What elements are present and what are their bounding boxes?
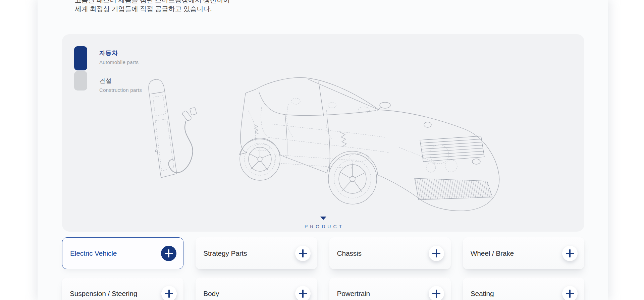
product-caption-label: PRODUCT: [62, 224, 584, 229]
product-card-label: Chassis: [337, 249, 362, 257]
ev-charging-illustration: [144, 70, 510, 213]
tab-list: 자동차 Automobile parts 건설 Construction par…: [99, 46, 142, 93]
content-wrapper: 고품질 패스너 제품을 첨단 스마트공장에서 생산하여 세계 최정상 기업들에 …: [38, 0, 608, 300]
product-card-label: Electric Vehicle: [70, 249, 117, 257]
tab-indicator-active-segment: [74, 46, 87, 70]
tab-subtitle: Automobile parts: [99, 59, 142, 65]
product-card-label: Seating: [471, 290, 494, 298]
tab-title: 자동차: [99, 49, 142, 57]
tab-construction-parts[interactable]: 건설 Construction parts: [99, 77, 142, 93]
tab-indicator-inactive-segment: [74, 71, 87, 91]
plus-icon[interactable]: [429, 286, 444, 300]
product-card-label: Wheel / Brake: [471, 249, 514, 257]
tab-subtitle: Construction parts: [99, 87, 142, 93]
product-card-label: Strategy Parts: [203, 249, 247, 257]
product-grid: Electric Vehicle Strategy Parts Chassis …: [62, 237, 584, 300]
plus-icon[interactable]: [429, 246, 444, 261]
plus-icon[interactable]: [161, 246, 176, 261]
product-card-suspension-steering[interactable]: Suspension / Steering: [62, 278, 183, 300]
product-card-seating[interactable]: Seating: [463, 278, 584, 300]
tab-automobile-parts[interactable]: 자동차 Automobile parts: [99, 49, 142, 65]
product-caption: PRODUCT: [62, 215, 584, 229]
product-card-chassis[interactable]: Chassis: [329, 237, 451, 269]
intro-line-1: 고품질 패스너 제품을 첨단 스마트공장에서 생산하여: [75, 0, 230, 4]
charging-cable-drawing: [169, 107, 197, 173]
product-card-label: Powertrain: [337, 290, 370, 298]
product-card-label: Suspension / Steering: [70, 290, 137, 298]
product-card-strategy-parts[interactable]: Strategy Parts: [196, 237, 317, 269]
plus-icon[interactable]: [295, 246, 311, 261]
product-card-body[interactable]: Body: [196, 278, 317, 300]
plus-icon[interactable]: [562, 286, 578, 300]
plus-icon[interactable]: [295, 286, 311, 300]
car-wireframe-drawing: [239, 77, 499, 211]
product-card-powertrain[interactable]: Powertrain: [329, 278, 451, 300]
tab-title: 건설: [99, 77, 142, 85]
intro-text: 고품질 패스너 제품을 첨단 스마트공장에서 생산하여 세계 최정상 기업들에 …: [75, 0, 230, 13]
triangle-down-icon: [320, 217, 326, 220]
plus-icon[interactable]: [161, 286, 177, 300]
product-card-wheel-brake[interactable]: Wheel / Brake: [463, 237, 584, 269]
tab-indicator: [74, 46, 87, 93]
hero-panel: 자동차 Automobile parts 건설 Construction par…: [62, 34, 584, 232]
product-card-label: Body: [203, 290, 219, 298]
rear-wheel-drawing: [240, 138, 280, 180]
intro-line-2: 세계 최정상 기업들에 직접 공급하고 있습니다.: [75, 5, 212, 12]
product-card-electric-vehicle[interactable]: Electric Vehicle: [62, 237, 183, 269]
plus-icon[interactable]: [562, 246, 578, 261]
charging-station-drawing: [149, 79, 177, 178]
category-tabs: 자동차 Automobile parts 건설 Construction par…: [74, 46, 142, 93]
tab-divider: [99, 71, 125, 71]
